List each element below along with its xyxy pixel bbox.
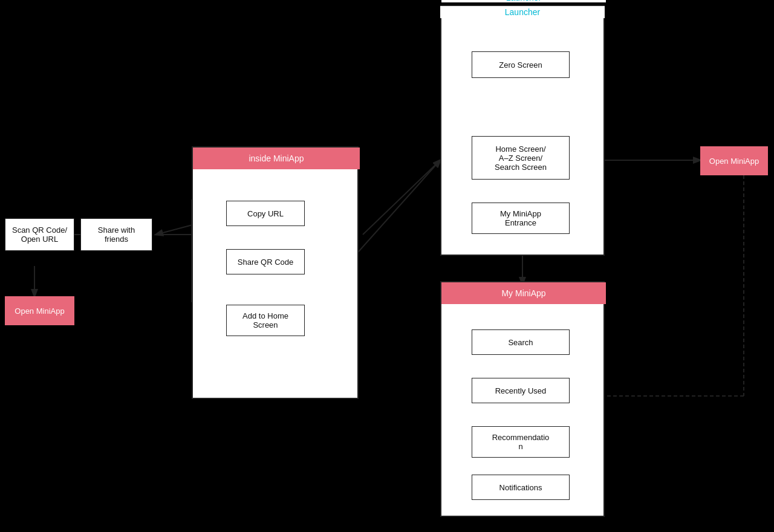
notifications-box: Notifications xyxy=(472,475,570,500)
home-screen-box: Home Screen/ A–Z Screen/ Search Screen xyxy=(472,136,570,180)
my-miniapp-header: My MiniApp xyxy=(441,282,606,304)
launcher-panel: Launcher Zero Screen Home Screen/ A–Z Sc… xyxy=(440,5,605,256)
scan-qr-box: Scan QR Code/ Open URL xyxy=(5,218,74,251)
my-miniapp-entrance-box: My MiniApp Entrance xyxy=(472,203,570,234)
inside-miniapp-panel: inside MiniApp Copy URL Share QR Code Ad… xyxy=(192,146,359,399)
recommendation-box: Recommendatio n xyxy=(472,426,570,458)
open-miniapp-left-btn: Open MiniApp xyxy=(5,296,74,325)
svg-line-0 xyxy=(363,160,440,235)
share-qr-box: Share QR Code xyxy=(226,249,305,274)
copy-url-box: Copy URL xyxy=(226,201,305,226)
zero-screen-box: Zero Screen xyxy=(472,51,570,78)
share-friends-box: Share with friends xyxy=(80,218,152,251)
launcher-panel-title: Launcher xyxy=(440,6,605,18)
add-home-box: Add to Home Screen xyxy=(226,305,305,336)
launcher-title: Launcher xyxy=(441,0,606,2)
search-box: Search xyxy=(472,329,570,355)
recently-used-box: Recently Used xyxy=(472,378,570,403)
my-miniapp-panel: My MiniApp Search Recently Used Recommen… xyxy=(440,281,605,517)
open-miniapp-right-btn: Open MiniApp xyxy=(700,146,768,175)
inside-miniapp-header: inside MiniApp xyxy=(193,148,360,169)
